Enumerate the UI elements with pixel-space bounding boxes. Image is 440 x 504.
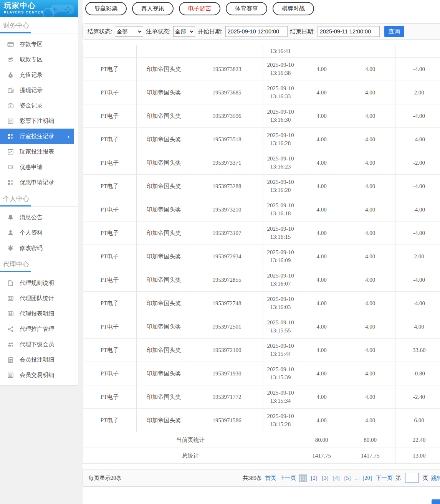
sidebar-item[interactable]: 消息公告 xyxy=(0,210,74,225)
floating-widget-fragment[interactable] xyxy=(432,499,440,504)
sidebar-item[interactable]: 会员投注明细 xyxy=(0,352,74,367)
time-cell: 2025-09-1013:16:28 xyxy=(263,128,298,151)
bet-amount-cell: 4.00 xyxy=(298,339,345,362)
next-page-link[interactable]: 下一页 xyxy=(376,474,393,482)
jump-page-input[interactable] xyxy=(405,473,419,483)
end-date-input[interactable] xyxy=(318,26,380,37)
sidebar-item[interactable]: 修改密码 xyxy=(0,240,74,256)
sidebar-item[interactable]: 取款专区 xyxy=(0,52,74,67)
page-link[interactable]: [5] xyxy=(344,474,352,482)
game-cell: 印加帝国头奖 xyxy=(137,409,191,432)
valid-bet-cell: 4.00 xyxy=(345,58,395,81)
platform-cell: PT电子 xyxy=(83,175,137,198)
page-link[interactable]: [20] xyxy=(362,474,372,482)
game-tab[interactable]: 真人视讯 xyxy=(132,2,174,15)
section-underline xyxy=(0,33,78,33)
sidebar-item[interactable]: 资金记录 xyxy=(0,98,74,113)
game-tab[interactable]: 体育赛事 xyxy=(226,2,267,15)
game-cell: 印加帝国头奖 xyxy=(137,198,191,221)
sidebar-footer xyxy=(0,386,82,504)
platform-cell: PT电子 xyxy=(83,362,137,385)
deposit-icon xyxy=(7,41,14,48)
agent-team-stats-icon xyxy=(7,295,14,302)
order-status-select[interactable]: 全部 xyxy=(173,26,195,37)
platform-cell: PT电子 xyxy=(83,268,137,292)
sidebar-item[interactable]: 个人资料 xyxy=(0,225,74,240)
sidebar: 玩家中心 PLAYERS CENTER 财务中心存款专区取款专区¥充值记录提现记… xyxy=(0,0,78,386)
table-body: 13:16:41 PT电子印加帝国头奖19539738232025-09-101… xyxy=(83,45,440,464)
sidebar-item[interactable]: 代理下级会员 xyxy=(0,337,74,352)
sidebar-item[interactable]: 会员交易明细 xyxy=(0,367,74,383)
order-no-cell: 1953973823 xyxy=(191,58,263,81)
jump-button[interactable]: 跳转 xyxy=(431,474,440,482)
promo-apply-icon xyxy=(7,164,14,170)
sidebar-item[interactable]: 厅室投注记录› xyxy=(0,129,74,144)
funds-record-icon xyxy=(7,102,14,109)
table-row: PT电子印加帝国头奖19539732882025-09-1013:16:204.… xyxy=(83,175,440,198)
sidebar-item[interactable]: 彩票下注明细 xyxy=(0,113,74,129)
table-row: PT电子印加帝国头奖19539721002025-09-1013:15:444.… xyxy=(83,339,440,362)
platform-cell: PT电子 xyxy=(83,315,137,339)
table-row: PT电子印加帝国头奖19539717722025-09-1013:15:344.… xyxy=(83,385,440,409)
sidebar-item-label: 代理推广管理 xyxy=(20,326,54,333)
summary-winloss: 22.40 xyxy=(395,432,440,448)
game-tab[interactable]: 棋牌对战 xyxy=(273,2,314,15)
sidebar-item[interactable]: 优惠申请 xyxy=(0,159,74,175)
platform-cell: PT电子 xyxy=(83,292,137,315)
sidebar-item-label: 消息公告 xyxy=(20,214,43,221)
order-no-cell: 1953973210 xyxy=(191,198,263,221)
time-cell: 2025-09-1013:16:20 xyxy=(263,175,298,198)
first-page-link[interactable]: 首页 xyxy=(265,474,276,482)
hall-bet-record-icon xyxy=(7,133,14,140)
bet-amount-cell: 4.00 xyxy=(298,245,345,268)
order-no-cell: 1953973518 xyxy=(191,128,263,151)
search-button[interactable]: 查询 xyxy=(384,26,404,37)
time-cell: 2025-09-1013:16:30 xyxy=(263,104,298,128)
sidebar-item[interactable]: ¥充值记录 xyxy=(0,67,74,83)
page-link[interactable]: [3] xyxy=(321,474,329,482)
sidebar-item[interactable]: 代理团队统计 xyxy=(0,291,74,306)
game-tab[interactable]: 雙贏彩票 xyxy=(85,2,127,15)
page-link[interactable]: [2] xyxy=(310,474,318,482)
main-content: 雙贏彩票真人视讯电子游艺体育赛事棋牌对战 结算状态: 全部 注单状态: 全部 开… xyxy=(83,0,440,504)
order-no-cell: 1953971586 xyxy=(191,409,263,432)
valid-bet-cell: 4.00 xyxy=(345,81,395,104)
sidebar-item[interactable]: 玩家投注报表 xyxy=(0,144,74,159)
valid-bet-cell: 4.00 xyxy=(345,198,395,221)
page-link[interactable]: [1] xyxy=(299,474,307,482)
settle-status-select[interactable]: 全部 xyxy=(115,26,143,37)
agent-rules-icon xyxy=(7,280,14,286)
per-page-label: 每页显示20条 xyxy=(88,474,122,482)
sidebar-item[interactable]: 提现记录 xyxy=(0,83,74,98)
sidebar-item-label: 个人资料 xyxy=(20,229,43,236)
sidebar-item[interactable]: 优惠申请记录 xyxy=(0,175,74,190)
winloss-cell: 33.60 xyxy=(395,339,440,362)
order-no-cell: 1953972501 xyxy=(191,315,263,339)
sidebar-item[interactable]: 代理规则说明 xyxy=(0,275,74,291)
bet-amount-cell: 4.00 xyxy=(298,221,345,245)
prev-page-link[interactable]: 上一页 xyxy=(279,474,296,482)
sidebar-item-label: 代理报表明细 xyxy=(20,310,54,317)
password-icon xyxy=(7,245,14,251)
time-cell: 2025-09-1013:16:09 xyxy=(263,245,298,268)
bet-amount-cell: 4.00 xyxy=(298,104,345,128)
sidebar-item[interactable]: 存款专区 xyxy=(0,36,74,52)
order-no-cell: 1953973596 xyxy=(191,104,263,128)
valid-bet-cell: 4.00 xyxy=(345,292,395,315)
sidebar-item[interactable]: 代理报表明细 xyxy=(0,306,74,321)
order-no-cell: 1953973107 xyxy=(191,221,263,245)
pagination-bar: 每页显示20条 共389条 首页 上一页 [1][2][3][4][5]...[… xyxy=(83,469,440,487)
page-link[interactable]: [4] xyxy=(332,474,341,482)
game-tab[interactable]: 电子游艺 xyxy=(179,2,220,15)
game-cell: 印加帝国头奖 xyxy=(137,362,191,385)
table-row: PT电子印加帝国头奖19539738232025-09-1013:16:384.… xyxy=(83,58,440,81)
time-cell: 2025-09-1013:15:28 xyxy=(263,409,298,432)
winloss-cell: 4.00 xyxy=(395,315,440,339)
sidebar-item[interactable]: 代理推广管理 xyxy=(0,321,74,337)
winloss-cell: -4.00 xyxy=(395,292,440,315)
start-date-input[interactable] xyxy=(225,26,288,37)
platform-cell: PT电子 xyxy=(83,128,137,151)
sidebar-section: 个人中心消息公告个人资料修改密码 xyxy=(0,194,78,256)
sidebar-item-label: 资金记录 xyxy=(20,102,43,109)
time-cell: 2025-09-1013:15:44 xyxy=(263,339,298,362)
